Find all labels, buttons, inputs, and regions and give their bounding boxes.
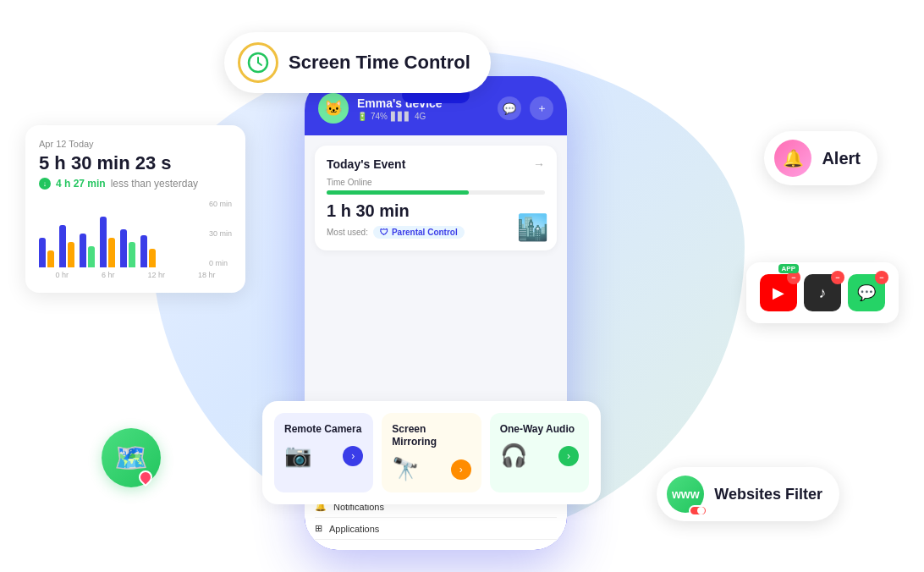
- chart-y-labels: 60 min 30 min 0 min: [209, 200, 232, 267]
- app-badge: 🛡 Parental Control: [373, 226, 465, 239]
- bar-blue: [140, 235, 147, 267]
- chart-x-labels: 0 hr 6 hr 12 hr 18 hr: [39, 271, 232, 279]
- bar-orange: [149, 249, 156, 267]
- stats-comparison: ↓ 4 h 27 min less than yesterday: [39, 178, 232, 190]
- bar-blue: [39, 238, 46, 267]
- audio-arrow-icon[interactable]: ›: [558, 446, 579, 466]
- camera-emoji: 📷: [284, 443, 311, 469]
- bar-blue: [100, 217, 107, 267]
- phone-header-icons: 💬 ＋: [498, 96, 553, 120]
- bar-group-6: [140, 235, 156, 267]
- bar-group-3: [80, 234, 95, 267]
- camera-arrow-icon[interactable]: ›: [343, 446, 363, 466]
- time-value: 1 h 30 min: [327, 201, 545, 221]
- x-label-6: 6 hr: [102, 271, 115, 279]
- app-name: Parental Control: [392, 228, 458, 237]
- www-text: www: [672, 487, 700, 501]
- bar-teal: [129, 242, 135, 267]
- time-online-label: Time Online: [327, 178, 545, 187]
- app-icon: 🛡: [380, 228, 388, 237]
- one-way-audio-label: One-Way Audio: [500, 423, 579, 437]
- card-title-row: Today's Event →: [327, 157, 545, 171]
- feature-one-way-audio[interactable]: One-Way Audio 🎧 ›: [490, 413, 589, 492]
- network-type: 4G: [415, 112, 426, 121]
- remote-camera-icon-row: 📷 ›: [284, 443, 363, 469]
- y-label-0: 0 min: [209, 259, 232, 267]
- toggle-thumb: [697, 507, 705, 514]
- app-label: APP: [778, 264, 799, 273]
- screen-mirroring-label: Screen Mirroring: [392, 423, 470, 449]
- bar-orange: [108, 238, 115, 267]
- bar-blue: [120, 229, 127, 267]
- bar-group-2: [59, 225, 74, 267]
- mirroring-arrow-icon[interactable]: ›: [451, 459, 471, 480]
- feature-screen-mirroring[interactable]: Screen Mirroring 🔭 ›: [382, 413, 481, 492]
- screen-mirroring-icon-row: 🔭 ›: [392, 456, 470, 482]
- stats-date: Apr 12 Today: [39, 139, 232, 149]
- device-avatar: 🐱: [318, 93, 349, 124]
- stats-less-value: 4 h 27 min: [56, 178, 106, 190]
- chart-bars: [39, 217, 232, 267]
- progress-fill: [327, 190, 469, 195]
- y-label-60: 60 min: [209, 200, 232, 208]
- stats-less-text: less than yesterday: [111, 178, 198, 190]
- x-label-12: 12 hr: [147, 271, 165, 279]
- feature-remote-camera[interactable]: Remote Camera 📷 ›: [274, 413, 373, 492]
- binoculars-emoji: 🔭: [392, 456, 419, 482]
- whatsapp-app-icon[interactable]: 💬 −: [848, 274, 885, 311]
- most-used-label: Most used:: [327, 228, 368, 237]
- screen-time-title: Screen Time Control: [289, 52, 470, 74]
- location-pin-icon: [136, 468, 156, 487]
- battery-icon: 🔋: [357, 112, 367, 121]
- battery-value: 74%: [371, 112, 388, 121]
- alert-label: Alert: [822, 149, 861, 168]
- bar-teal: [88, 246, 95, 267]
- audio-icon-row: 🎧 ›: [500, 443, 579, 469]
- headphone-emoji: 🎧: [500, 443, 527, 469]
- svg-line-2: [258, 63, 261, 65]
- app-control-card: ▶ − APP ♪ − 💬 −: [746, 262, 899, 323]
- y-label-30: 30 min: [209, 229, 232, 238]
- tiktok-remove-badge: −: [831, 271, 844, 284]
- clock-icon: [238, 42, 278, 83]
- tiktok-icon: ♪: [819, 284, 827, 302]
- today-event-card: Today's Event → Time Online 1 h 30 min M…: [315, 146, 557, 250]
- bar-group-1: [39, 238, 54, 267]
- youtube-app-icon[interactable]: ▶ − APP: [760, 274, 797, 311]
- alert-badge: 🔔 Alert: [764, 131, 877, 185]
- stats-card: Apr 12 Today 5 h 30 min 23 s ↓ 4 h 27 mi…: [25, 125, 245, 293]
- device-status: 🔋 74% ▋▋▋ 4G: [357, 112, 489, 121]
- features-card: Remote Camera 📷 › Screen Mirroring 🔭 › O…: [262, 401, 601, 504]
- screen-time-badge: Screen Time Control: [224, 32, 491, 93]
- bar-blue: [80, 234, 86, 267]
- card-illustration: 🏙️: [517, 212, 548, 242]
- today-event-title: Today's Event: [327, 157, 405, 171]
- bar-orange: [68, 242, 74, 267]
- stats-time: 5 h 30 min 23 s: [39, 152, 232, 174]
- down-arrow-icon: ↓: [39, 178, 51, 190]
- bar-group-4: [100, 217, 115, 267]
- message-icon-btn[interactable]: 💬: [498, 96, 521, 120]
- most-used-row: Most used: 🛡 Parental Control: [327, 226, 545, 239]
- map-icon: 🗺️: [102, 428, 161, 487]
- remote-camera-label: Remote Camera: [284, 423, 363, 437]
- usage-chart: 60 min 30 min 0 min: [39, 200, 232, 267]
- toggle-icon[interactable]: [689, 505, 707, 516]
- alert-icon: 🔔: [774, 140, 811, 177]
- x-label-18: 18 hr: [198, 271, 216, 279]
- location-badge: 🗺️: [102, 428, 161, 487]
- websites-label: Websites Filter: [714, 486, 822, 503]
- add-icon-btn[interactable]: ＋: [530, 96, 553, 120]
- youtube-icon: ▶: [773, 283, 784, 302]
- phone-content: Today's Event → Time Online 1 h 30 min M…: [305, 135, 567, 267]
- event-arrow-icon[interactable]: →: [533, 157, 545, 171]
- whatsapp-icon: 💬: [857, 283, 876, 302]
- bar-blue: [59, 225, 66, 267]
- websites-filter-badge: www Websites Filter: [657, 467, 839, 521]
- bar-orange: [47, 250, 54, 267]
- progress-bar: [327, 190, 545, 195]
- x-label-0: 0 hr: [55, 271, 69, 279]
- signal-bars: ▋▋▋: [391, 112, 411, 121]
- tiktok-app-icon[interactable]: ♪ −: [804, 274, 841, 311]
- bar-group-5: [120, 229, 135, 267]
